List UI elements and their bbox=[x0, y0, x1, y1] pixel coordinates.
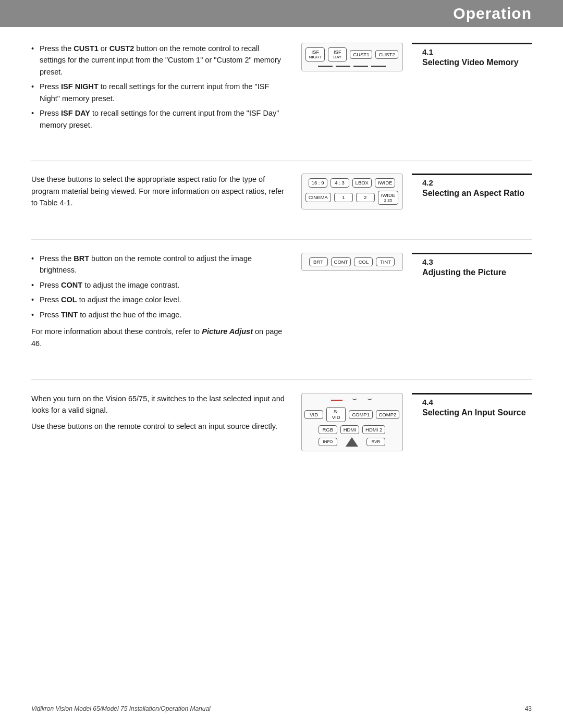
bullet-43-3: Press COL to adjust the image color leve… bbox=[31, 294, 287, 305]
underline-2 bbox=[336, 66, 350, 67]
remote-43: BRT CONT COL TINT bbox=[301, 253, 403, 271]
key-tint: TINT bbox=[376, 257, 395, 266]
section-44-image: ⌣ ⌣ VID S-VID COMP1 COMP2 RGB HDMI HDMI … bbox=[297, 393, 407, 451]
key-hdmi: HDMI bbox=[340, 425, 359, 434]
remote-42-row1: 16 : 9 4 : 3 LBOX IWIDE bbox=[309, 178, 396, 187]
section-42-text: Use these buttons to select the appropri… bbox=[31, 174, 297, 213]
page-title: Operation bbox=[453, 5, 532, 22]
section-43-num: 4.3 bbox=[422, 257, 532, 266]
bullet-43-4: Press TINT to adjust the hue of the imag… bbox=[31, 309, 287, 320]
section-41-text: Press the CUST1 or CUST2 button on the r… bbox=[31, 43, 297, 134]
bold-cust1: CUST1 bbox=[74, 44, 99, 53]
remote-41: ISFNIGHT ISFDAY CUST1 CUST2 bbox=[301, 43, 403, 71]
key-iwide1: IWIDE bbox=[375, 178, 395, 187]
key-rgb: RGB bbox=[319, 425, 337, 434]
key-vid: VID bbox=[304, 410, 323, 419]
key-brt: BRT bbox=[309, 257, 328, 266]
signal-red bbox=[331, 400, 342, 401]
remote-43-row1: BRT CONT COL TINT bbox=[309, 257, 395, 266]
section-42: Use these buttons to select the appropri… bbox=[31, 174, 532, 223]
key-comp1: COMP1 bbox=[349, 410, 372, 419]
key-16-9: 16 : 9 bbox=[309, 178, 327, 187]
key-iwide235: IWIDE2:35 bbox=[378, 191, 398, 205]
underline-1 bbox=[318, 66, 333, 67]
divider-2 bbox=[31, 239, 532, 240]
section-42-para: Use these buttons to select the appropri… bbox=[31, 174, 287, 208]
bold-isf-day: ISF DAY bbox=[61, 109, 90, 117]
bold-cust2: CUST2 bbox=[109, 44, 134, 53]
footer: Vidikron Vision Model 65/Model 75 Instal… bbox=[31, 705, 532, 712]
section-41-num: 4.1 bbox=[422, 47, 532, 56]
section-43-image: BRT CONT COL TINT bbox=[297, 253, 407, 271]
signal-arc2: ⌣ bbox=[367, 394, 373, 403]
remote-42: 16 : 9 4 : 3 LBOX IWIDE CINEMA 1 2 IWIDE… bbox=[301, 174, 403, 209]
section-43-bullets: Press the BRT button on the remote contr… bbox=[31, 253, 287, 320]
section-44-label: Selecting An Input Source bbox=[422, 408, 532, 418]
bold-cont: CONT bbox=[61, 281, 82, 289]
section-41-label: Selecting Video Memory bbox=[422, 57, 532, 68]
section-42-image: 16 : 9 4 : 3 LBOX IWIDE CINEMA 1 2 IWIDE… bbox=[297, 174, 407, 209]
key-s-vid: S-VID bbox=[326, 407, 346, 422]
key-cont: CONT bbox=[331, 257, 351, 266]
section-44-num: 4.4 bbox=[422, 398, 532, 406]
key-comp2: COMP2 bbox=[376, 410, 399, 419]
underline-3 bbox=[353, 66, 368, 67]
bullet-43-2: Press CONT to adjust the image contrast. bbox=[31, 279, 287, 291]
section-44-text: When you turn on the Vision 65/75, it sw… bbox=[31, 393, 297, 436]
section-41: Press the CUST1 or CUST2 button on the r… bbox=[31, 43, 532, 144]
bullet-41-1: Press the CUST1 or CUST2 button on the r… bbox=[31, 43, 287, 78]
signal-arc1: ⌣ bbox=[352, 394, 358, 403]
key-rvr: RVR bbox=[366, 438, 385, 446]
key-hdmi2: HDMI 2 bbox=[362, 425, 385, 434]
key-isf-night: ISFNIGHT bbox=[305, 47, 325, 61]
remote-44: ⌣ ⌣ VID S-VID COMP1 COMP2 RGB HDMI HDMI … bbox=[301, 393, 403, 451]
bullet-41-2: Press ISF NIGHT to recall settings for t… bbox=[31, 81, 287, 104]
section-42-num: 4.2 bbox=[422, 178, 532, 187]
remote-44-row1: VID S-VID COMP1 COMP2 bbox=[304, 407, 399, 422]
footer-left: Vidikron Vision Model 65/Model 75 Instal… bbox=[31, 705, 211, 712]
section-43-heading: 4.3 Adjusting the Picture bbox=[412, 253, 532, 278]
divider-3 bbox=[31, 379, 532, 380]
main-content: Press the CUST1 or CUST2 button on the r… bbox=[0, 27, 563, 498]
key-2: 2 bbox=[356, 193, 375, 202]
section-41-heading: 4.1 Selecting Video Memory bbox=[412, 43, 532, 68]
key-col: COL bbox=[354, 257, 373, 266]
remote-41-underlines bbox=[318, 65, 386, 67]
bold-isf-night: ISF NIGHT bbox=[61, 82, 99, 91]
bullet-41-3: Press ISF DAY to recall settings for the… bbox=[31, 107, 287, 131]
remote-41-row1: ISFNIGHT ISFDAY CUST1 CUST2 bbox=[305, 47, 398, 61]
key-cust2: CUST2 bbox=[375, 50, 398, 59]
remote-44-row2: RGB HDMI HDMI 2 bbox=[319, 425, 385, 434]
key-info: INFO bbox=[319, 438, 337, 446]
key-1: 1 bbox=[334, 193, 353, 202]
header-bar: Operation bbox=[0, 0, 563, 27]
remote-44-row3: INFO RVR bbox=[319, 437, 385, 447]
bold-tint: TINT bbox=[61, 311, 78, 319]
section-41-bullets: Press the CUST1 or CUST2 button on the r… bbox=[31, 43, 287, 131]
remote-42-row2: CINEMA 1 2 IWIDE2:35 bbox=[305, 191, 398, 205]
key-cinema: CINEMA bbox=[305, 193, 331, 202]
section-42-label: Selecting an Aspect Ratio bbox=[422, 188, 532, 199]
section-44-heading: 4.4 Selecting An Input Source bbox=[412, 393, 532, 418]
section-41-image: ISFNIGHT ISFDAY CUST1 CUST2 bbox=[297, 43, 407, 71]
section-44-para2: Use these buttons on the remote control … bbox=[31, 421, 287, 432]
arrow-up-icon bbox=[346, 437, 358, 447]
remote-44-signals: ⌣ ⌣ bbox=[331, 398, 373, 403]
section-43: Press the BRT button on the remote contr… bbox=[31, 253, 532, 364]
key-isf-day: ISFDAY bbox=[328, 47, 347, 61]
footer-page: 43 bbox=[525, 705, 532, 712]
section-43-label: Adjusting the Picture bbox=[422, 267, 532, 278]
divider-1 bbox=[31, 160, 532, 161]
bold-brt: BRT bbox=[74, 254, 89, 263]
bold-col: COL bbox=[61, 295, 77, 304]
section-42-heading: 4.2 Selecting an Aspect Ratio bbox=[412, 174, 532, 199]
key-lbox: LBOX bbox=[352, 178, 372, 187]
key-4-3: 4 : 3 bbox=[331, 178, 349, 187]
section-43-text: Press the BRT button on the remote contr… bbox=[31, 253, 297, 353]
section-43-info: For more information about these control… bbox=[31, 326, 287, 349]
bullet-43-1: Press the BRT button on the remote contr… bbox=[31, 253, 287, 276]
section-44: When you turn on the Vision 65/75, it sw… bbox=[31, 393, 532, 462]
underline-4 bbox=[371, 66, 386, 67]
section-44-para1: When you turn on the Vision 65/75, it sw… bbox=[31, 393, 287, 416]
picture-adjust-link: Picture Adjust bbox=[202, 327, 253, 336]
